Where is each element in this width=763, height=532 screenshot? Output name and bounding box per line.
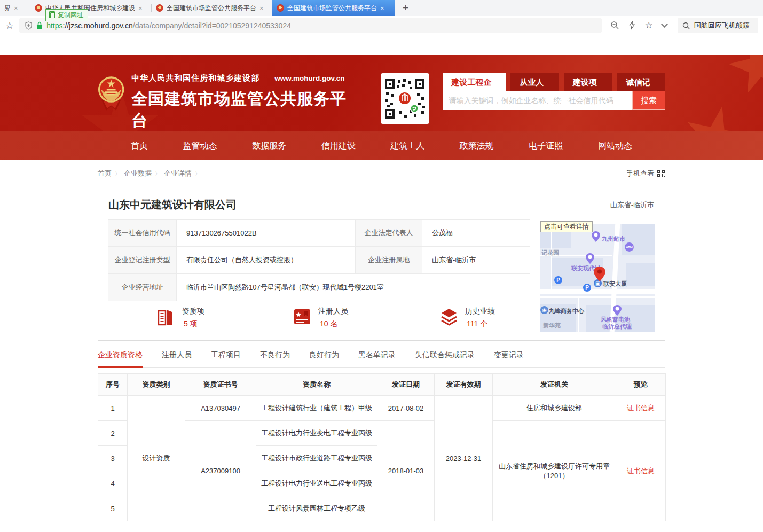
cell-cert-no: A237009100 [185,421,256,521]
cell-authority: 住房和城乡建设部 [493,396,616,421]
mobile-view-label: 手机查看 [626,169,654,178]
mobile-view-button[interactable]: 手机查看 [626,169,665,178]
map-road [540,289,655,294]
cell-cert-no: A137030497 [185,396,256,421]
tab-blacklist[interactable]: 黑名单记录 [358,350,396,367]
primary-nav: 首页 监管动态 数据服务 信用建设 建筑工人 政策法规 电子证照 网站动态 [0,131,763,160]
cell-qual-name: 工程设计市政行业道路工程专业丙级 [256,446,377,471]
cell-issue-date: 2018-01-03 [377,421,435,521]
browser-tab-strip: 界 中华人民共和国住房和城乡建设 全国建筑市场监管公共服务平台 全国建筑市场监管… [0,0,763,16]
tab-qualifications[interactable]: 企业资质资格 [98,350,143,367]
breadcrumb-company-detail[interactable]: 企业详情 [164,169,192,178]
header-search-panel: 建设工程企业 从业人员 建设项目 诚信记录 搜索 [443,73,665,110]
nav-item-supervision[interactable]: 监管动态 [183,131,217,160]
ministry-website: www.mohurd.gov.cn [274,74,344,82]
nav-item-workers[interactable]: 建筑工人 [390,131,424,160]
location-map[interactable]: 九州超市 ATM 记花园 联安现代城 ▣ 联安大厦 P P ◉ 九峰商务中心 [540,224,655,332]
nav-item-data-service[interactable]: 数据服务 [252,131,286,160]
cell-issue-date: 2017-08-02 [377,396,435,421]
map-parking-icon: P [554,276,562,284]
nav-item-e-license[interactable]: 电子证照 [529,131,563,160]
page-top-gap [0,35,763,55]
map-pin-icon [586,253,594,264]
emblem-favicon-icon [156,4,163,12]
col-header-qual-name: 资质名称 [256,374,377,396]
search-icon [682,22,690,29]
header-qr-code [381,73,429,124]
qr-code-icon [384,78,426,120]
reg-type-value: 有限责任公司（自然人投资或控股） [177,247,356,274]
copy-tooltip-text: 复制网址 [58,11,83,20]
company-location-marker-icon [594,267,605,284]
tab-registered-personnel[interactable]: 注册人员 [162,350,192,367]
url-host: ://jzsc.mohurd.gov.cn [63,21,133,30]
tab-close-icon[interactable] [138,5,143,12]
map-label-xinhuayuan: 新华苑 [543,322,561,330]
nav-item-site-news[interactable]: 网站动态 [598,131,632,160]
map-label-jiufeng-business-center: 九峰商务中心 [549,307,584,315]
map-block [626,263,655,286]
site-logo[interactable]: 中华人民共和国住房和城乡建设部 www.mohurd.gov.cn 全国建筑市场… [98,73,348,131]
new-tab-button[interactable] [403,2,408,14]
tab-close-icon[interactable] [259,5,264,12]
breadcrumb-separator-icon [115,170,121,178]
map-road [540,296,655,298]
zoom-out-icon[interactable] [610,21,619,30]
copy-url-tooltip: 复制网址 [45,9,88,21]
cell-no: 2 [98,421,128,446]
keyword-search-input[interactable] [443,91,632,110]
breadcrumb-company-data[interactable]: 企业数据 [124,169,152,178]
favorites-star-icon[interactable] [644,20,652,31]
breadcrumb-separator-icon [155,170,161,178]
certificate-info-link[interactable]: 证书信息 [627,404,655,412]
tab-dishonesty-punishment[interactable]: 失信联合惩戒记录 [415,350,475,367]
cell-qual-name: 工程设计电力行业变电工程专业丙级 [256,421,377,446]
breadcrumb-home[interactable]: 首页 [98,169,112,178]
site-header: 中华人民共和国住房和城乡建设部 www.mohurd.gov.cn 全国建筑市场… [0,55,763,131]
address-value: 临沂市兰山区陶然路107号星河晶都（联安）现代城1号楼2201室 [177,274,530,301]
tab-good-behavior[interactable]: 良好行为 [309,350,339,367]
stat-qualifications[interactable]: 资质项 5 项 [156,307,204,329]
nav-item-policy[interactable]: 政策法规 [460,131,494,160]
nav-item-home[interactable]: 首页 [131,131,148,160]
browser-tab-3[interactable]: 全国建筑市场监管公共服务平台 [152,0,272,16]
bookmark-star-icon[interactable] [5,20,14,32]
toolbar-icons [610,20,666,31]
flash-icon[interactable] [628,21,635,30]
search-tab-credit[interactable]: 诚信记录 [617,73,665,91]
legal-rep-value: 公茂福 [422,220,530,247]
tab-projects[interactable]: 工程项目 [211,350,241,367]
browser-tab-1[interactable]: 界 [0,0,30,16]
stat-label: 历史业绩 [465,307,495,316]
stat-history-performance[interactable]: 历史业绩 111 个 [439,307,495,329]
cell-no: 5 [98,496,128,521]
search-tab-personnel[interactable]: 从业人员 [510,73,559,91]
tab-close-icon[interactable] [380,5,384,12]
browser-quick-search[interactable]: 国航回应飞机颠簸 [678,18,758,33]
browser-toolbar: https://jzsc.mohurd.gov.cn/data/company/… [0,16,763,35]
search-tab-project[interactable]: 建设项目 [564,73,612,91]
address-label: 企业经营地址 [108,274,177,301]
search-button[interactable]: 搜索 [632,91,665,110]
tab-label: 全国建筑市场监管公共服务平台 [167,4,256,13]
layers-icon [439,307,459,327]
credit-code-value: 91371302675501022B [177,220,356,247]
browser-tab-active[interactable]: 全国建筑市场监管公共服务平台 [272,0,395,16]
stat-value: 111 个 [465,319,495,329]
legal-rep-label: 企业法定代表人 [356,220,422,247]
tab-bad-behavior[interactable]: 不良行为 [260,350,290,367]
address-bar[interactable]: https://jzsc.mohurd.gov.cn/data/company/… [19,18,602,33]
col-header-issue-date: 发证日期 [377,374,435,396]
tab-label: 界 [4,4,11,13]
shield-permission-icon[interactable] [25,21,33,30]
cell-qual-name: 工程设计风景园林工程专项乙级 [256,496,377,521]
col-header-cert-no: 资质证书号 [185,374,256,396]
search-tab-enterprise[interactable]: 建设工程企业 [443,73,506,91]
certificate-info-link[interactable]: 证书信息 [627,467,655,475]
nav-item-credit[interactable]: 信用建设 [321,131,356,160]
url-text: https://jzsc.mohurd.gov.cn/data/company/… [46,21,291,30]
chevron-down-icon[interactable] [661,21,668,28]
tab-change-records[interactable]: 变更记录 [494,350,524,367]
stat-registered-personnel[interactable]: 注册人员 10 名 [292,307,348,329]
tab-close-icon[interactable] [14,5,18,12]
